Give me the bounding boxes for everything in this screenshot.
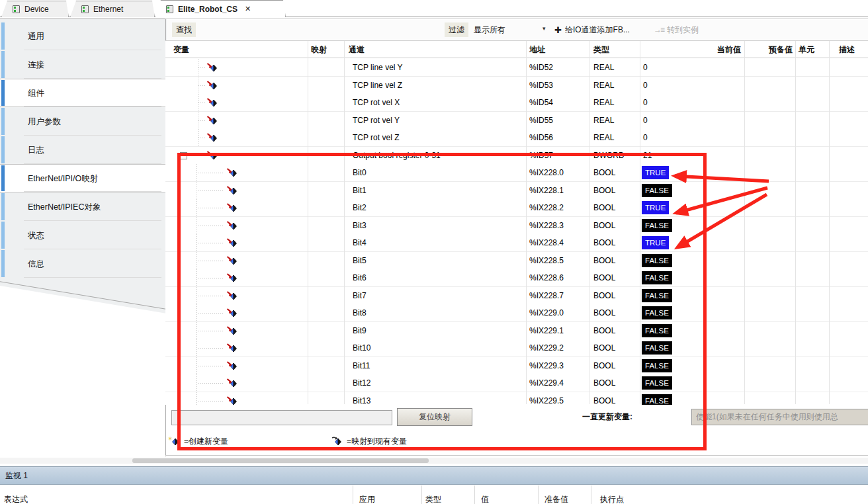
tree-line <box>198 208 224 208</box>
io-row-Output bool register 0-31[interactable]: − Output bool register 0-31%ID57DWORD21 <box>165 147 868 165</box>
column-header-5: 当前值 <box>717 44 741 55</box>
column-header-0: 变量 <box>173 44 189 55</box>
channel-cell: Output bool register 0-31 <box>353 151 441 160</box>
watch-panel-titlebar[interactable]: 监视 1 <box>0 466 868 485</box>
sidebar-item-8[interactable]: 信息 <box>0 249 165 278</box>
channel-cell: Bit4 <box>353 238 367 247</box>
tree-line <box>198 366 224 366</box>
plus-icon: ✚ <box>554 25 562 35</box>
sidebar-item-label: EtherNet/IPI/O映射 <box>28 173 98 184</box>
io-row-TCP rot vel Y[interactable]: TCP rot vel Y%ID55REAL0 <box>165 112 868 130</box>
document-tab-ethernet[interactable]: Ethernet <box>70 1 155 17</box>
current-value-cell: 0 <box>643 133 648 142</box>
io-row-Bit8[interactable]: Bit8%IX229.0BOOLFALSE <box>165 304 868 322</box>
current-value-badge[interactable]: FALSE <box>642 376 672 390</box>
io-row-Bit0[interactable]: Bit0%IX228.0BOOLTRUE <box>165 164 868 182</box>
column-header-2: 通道 <box>349 44 365 55</box>
document-tab-elite_robot_cs[interactable]: Elite_Robot_CS ✕ <box>155 0 286 17</box>
type-cell: BOOL <box>593 396 615 405</box>
type-cell: DWORD <box>593 151 625 160</box>
mapping-filter-input[interactable] <box>171 410 392 425</box>
sidebar-item-label: 用户参数 <box>28 116 61 127</box>
io-row-Bit6[interactable]: Bit6%IX228.6BOOLFALSE <box>165 269 868 287</box>
current-value-badge[interactable]: FALSE <box>642 184 672 197</box>
current-value-badge[interactable]: TRUE <box>642 201 669 214</box>
current-value-badge[interactable]: FALSE <box>642 219 672 232</box>
sidebar-item-6[interactable]: EtherNet/IPIEC对象 <box>0 192 165 221</box>
io-row-Bit1[interactable]: Bit1%IX228.1BOOLFALSE <box>165 182 868 200</box>
io-row-TCP rot vel X[interactable]: TCP rot vel X%ID54REAL0 <box>165 94 868 112</box>
variable-mapping-icon <box>206 97 218 108</box>
column-header-1: 映射 <box>311 44 327 55</box>
io-row-Bit5[interactable]: Bit5%IX228.5BOOLFALSE <box>165 252 868 270</box>
type-cell: BOOL <box>593 238 615 247</box>
current-value-badge[interactable]: TRUE <box>642 236 669 249</box>
column-divider <box>526 41 527 404</box>
io-row-Bit13[interactable]: Bit13%IX229.5BOOLFALSE <box>165 392 868 405</box>
watch-column-divider <box>538 485 539 504</box>
create-new-variable-icon: ✳ <box>168 436 180 446</box>
sidebar-item-5[interactable]: EtherNet/IPI/O映射 <box>0 164 165 192</box>
address-cell: %IX228.2 <box>529 203 564 212</box>
io-row-Bit10[interactable]: Bit10%IX229.2BOOLFALSE <box>165 339 868 357</box>
current-value-badge[interactable]: FALSE <box>642 394 672 405</box>
io-row-TCP rot vel Z[interactable]: TCP rot vel Z%ID56REAL0 <box>165 129 868 147</box>
expand-collapse-box[interactable]: − <box>180 152 187 159</box>
column-header-6: 预备值 <box>769 44 793 55</box>
current-value-badge[interactable]: FALSE <box>642 324 672 337</box>
current-value-badge[interactable]: FALSE <box>642 359 672 372</box>
column-divider <box>795 41 796 404</box>
variable-mapping-icon <box>226 360 238 371</box>
reset-mapping-button[interactable]: 复位映射 <box>397 408 472 426</box>
filter-dropdown[interactable]: 显示所有 <box>474 22 505 37</box>
close-icon[interactable]: ✕ <box>245 5 251 13</box>
io-row-TCP line vel Y[interactable]: TCP line vel Y%ID52REAL0 <box>165 59 868 77</box>
io-row-Bit4[interactable]: Bit4%IX228.4BOOLTRUE <box>165 234 868 252</box>
io-row-Bit7[interactable]: Bit7%IX228.7BOOLFALSE <box>165 287 868 305</box>
channel-cell: TCP rot vel X <box>353 98 400 107</box>
current-value-badge[interactable]: FALSE <box>642 254 672 267</box>
always-update-label: 一直更新变量: <box>582 408 632 426</box>
sidebar-item-7[interactable]: 状态 <box>0 221 165 249</box>
document-tab-device[interactable]: Device <box>1 1 69 17</box>
legend-map-existing-variable: =映射到现有变量 <box>331 434 407 448</box>
sidebar-item-4[interactable]: 日志 <box>0 136 165 164</box>
goto-instance-label: 转到实例 <box>667 24 699 36</box>
divider <box>24 277 161 278</box>
current-value-badge[interactable]: FALSE <box>642 271 672 284</box>
sidebar-item-accent <box>1 108 5 135</box>
scrollbar-thumb[interactable] <box>132 458 429 463</box>
current-value-badge[interactable]: FALSE <box>642 341 672 355</box>
goto-instance-button[interactable]: →≡ 转到实例 <box>654 22 699 37</box>
sidebar-item-label: 组件 <box>28 87 44 99</box>
device-icon <box>81 5 90 13</box>
sidebar-item-1[interactable]: 连接 <box>0 50 165 79</box>
sidebar-item-label: 状态 <box>28 230 44 241</box>
io-mapping-table: 变量映射通道地址类型当前值预备值单元描述 TCP line vel Y%ID52… <box>165 40 868 405</box>
tree-line <box>196 322 196 340</box>
variable-mapping-icon <box>206 132 218 143</box>
variable-mapping-icon <box>226 202 238 213</box>
sidebar-item-2[interactable]: 组件 <box>0 79 165 107</box>
always-update-combo[interactable]: 使能1(如果未在任何任务中使用则使用总 <box>691 409 868 425</box>
sidebar-item-0[interactable]: 通用 <box>0 22 165 50</box>
add-fb-to-io-channel-button[interactable]: ✚ 给IO通道添加FB... <box>554 22 630 37</box>
current-value-badge[interactable]: FALSE <box>642 289 672 302</box>
current-value-badge[interactable]: TRUE <box>642 166 669 179</box>
watch-column-header-2: 类型 <box>425 494 441 504</box>
column-divider <box>744 41 745 404</box>
io-row-Bit11[interactable]: Bit11%IX229.3BOOLFALSE <box>165 357 868 375</box>
horizontal-scrollbar[interactable] <box>0 458 868 464</box>
io-row-Bit12[interactable]: Bit12%IX229.4BOOLFALSE <box>165 374 868 392</box>
io-row-Bit9[interactable]: Bit9%IX229.1BOOLFALSE <box>165 322 868 340</box>
io-row-TCP line vel Z[interactable]: TCP line vel Z%ID53REAL0 <box>165 77 868 95</box>
io-row-Bit3[interactable]: Bit3%IX228.3BOOLFALSE <box>165 217 868 235</box>
svg-text:✳: ✳ <box>168 436 173 442</box>
chevron-down-icon[interactable]: ▾ <box>542 25 546 32</box>
watch-column-header-0: 表达式 <box>4 494 28 504</box>
channel-cell: Bit8 <box>353 308 367 317</box>
current-value-badge[interactable]: FALSE <box>642 306 672 319</box>
sidebar-item-3[interactable]: 用户参数 <box>0 107 165 136</box>
io-row-Bit2[interactable]: Bit2%IX228.2BOOLTRUE <box>165 199 868 217</box>
tree-line <box>196 199 196 217</box>
